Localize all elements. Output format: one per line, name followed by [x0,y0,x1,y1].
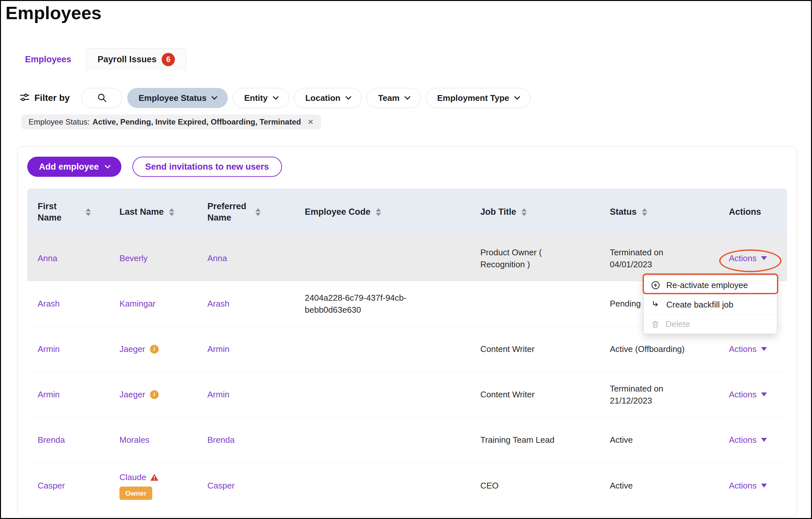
page-title: Employees [5,2,102,23]
status-text: Active [610,434,633,446]
status-text: Terminated on 21/12/2023 [610,383,707,406]
chevron-down-icon [404,94,410,99]
search-button[interactable] [82,88,122,108]
active-filters: Employee Status:Active, Pending, Invite … [22,115,321,129]
filter-dropdown[interactable]: Entity [233,88,289,108]
filter-dropdown-label: Employment Type [437,93,509,103]
column-header[interactable]: Status [600,188,719,236]
table-row[interactable]: Casper Claude [27,463,787,508]
chevron-down-icon [345,94,351,99]
chevron-down-icon [212,94,218,99]
preferred-name[interactable]: Anna [207,252,227,264]
last-name[interactable]: Morales [119,434,149,446]
caret-down-icon [761,393,767,396]
chevron-down-icon [514,94,520,99]
filter-sliders-icon [19,92,30,104]
last-name[interactable]: Jaeger [119,343,145,355]
table-header: First Name Last Name Preferred Name [27,188,787,236]
filter-dropdown[interactable]: Location [294,88,362,108]
table-toolbar: Add employee Send invitations to new use… [27,157,787,177]
filter-by-label: Filter by [34,93,70,103]
filter-chip: Employee Status:Active, Pending, Invite … [22,115,321,129]
row-actions-button[interactable]: Actions [729,343,767,355]
status-text: Active [610,480,633,491]
column-header[interactable]: Last Name [109,188,197,236]
filter-dropdown[interactable]: Employee Status [127,88,228,108]
last-name[interactable]: Beverly [119,252,148,264]
status-text: Active (Offboarding) [610,343,685,355]
column-header[interactable]: Preferred Name [197,188,294,236]
last-name[interactable]: Kamingar [119,298,155,309]
table-row[interactable]: Armin Jaeger Armin [27,372,787,418]
sort-icon [255,208,261,216]
row-actions-button[interactable]: Actions [729,389,767,400]
caret-down-icon [761,438,767,442]
employee-code: 2404a228-6c79-437f-94cb-bebb0d63e630 [305,292,435,316]
menu-item[interactable]: Re-activate employee [643,275,777,295]
tab-label: Employees [25,55,71,65]
add-employee-button[interactable]: Add employee [27,157,121,177]
job-title: Content Writer [480,389,534,400]
preferred-name[interactable]: Brenda [207,434,235,446]
preferred-name[interactable]: Armin [207,343,229,355]
caret-down-icon [761,256,767,260]
job-title: Product Owner ( Recognition ) [480,247,587,270]
column-header[interactable]: First Name [27,188,109,236]
chevron-down-icon [105,162,110,169]
row-actions-button[interactable]: Actions [729,434,767,446]
warning-icon[interactable] [150,473,159,481]
column-header[interactable]: Employee Code [294,188,470,236]
payroll-issues-badge: 6 [162,53,175,66]
send-invitations-button[interactable]: Send invitations to new users [133,157,282,177]
tabs: Employees Payroll Issues 6 [14,48,186,70]
first-name[interactable]: Arash [38,298,60,309]
table-row[interactable]: Anna Beverly Anna [27,236,787,281]
tab-label: Payroll Issues [98,55,157,65]
last-name[interactable]: Jaeger [119,389,145,400]
status-text: Terminated on 04/01/2023 [610,247,707,270]
filter-bar: Filter by Employee Status Entity [19,88,531,108]
table-row[interactable]: Brenda Morales Brenda [27,418,787,463]
caret-down-icon [761,484,767,488]
filter-dropdown[interactable]: Team [367,88,421,108]
tab[interactable]: Employees [14,48,82,70]
row-actions-button[interactable]: Actions [729,252,767,264]
first-name[interactable]: Casper [38,480,65,491]
filter-dropdown[interactable]: Employment Type [426,88,531,108]
sort-icon [86,208,91,216]
filter-dropdown-label: Employee Status [139,93,207,103]
filter-dropdowns: Employee Status Entity Location Team [127,88,531,108]
filter-dropdown-label: Team [378,93,400,103]
info-icon[interactable] [150,345,159,354]
row-actions-button[interactable]: Actions [729,480,767,491]
preferred-name[interactable]: Armin [207,389,229,400]
status-text: Pending [610,298,641,309]
close-icon[interactable]: ✕ [307,118,314,126]
preferred-name[interactable]: Arash [207,298,229,309]
filter-by: Filter by [19,92,70,104]
menu-item[interactable]: Delete [643,314,777,334]
sort-icon [642,208,647,216]
filter-dropdown-label: Entity [244,93,267,103]
sort-icon [522,208,527,216]
first-name[interactable]: Armin [38,389,60,400]
preferred-name[interactable]: Casper [207,480,235,491]
job-title: CEO [480,480,498,491]
circle-plus-icon [651,280,661,290]
owner-badge: Owner [119,487,152,500]
job-title: Content Writer [480,343,534,355]
column-header[interactable]: Job Title [470,188,600,236]
first-name[interactable]: Anna [38,252,57,264]
last-name[interactable]: Claude [119,471,146,483]
sort-icon [376,208,381,216]
tab[interactable]: Payroll Issues 6 [86,48,186,70]
first-name[interactable]: Brenda [38,434,65,446]
column-header[interactable]: Actions [719,188,787,236]
employees-table: First Name Last Name Preferred Name [27,188,787,508]
first-name[interactable]: Armin [38,343,60,355]
actions-menu: Re-activate employee Create backfill job [643,275,777,334]
chevron-down-icon [272,94,279,99]
menu-item[interactable]: Create backfill job [643,295,777,314]
info-icon[interactable] [150,390,159,399]
filter-dropdown-label: Location [306,93,341,103]
